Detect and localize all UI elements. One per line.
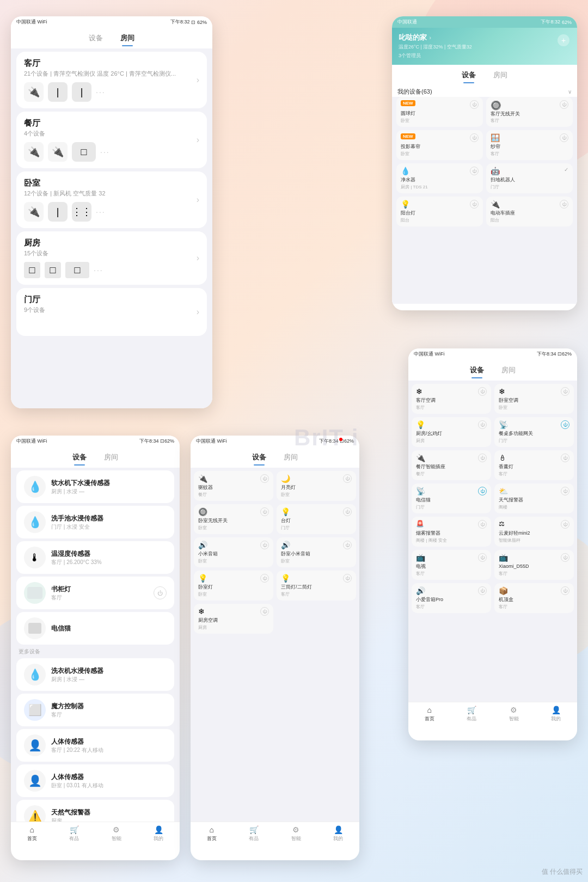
device-projector[interactable]: NEW ⏻ 投影幕帘 卧室 bbox=[396, 130, 483, 160]
sensor-item-7[interactable]: ⬜ 魔方控制器 客厅 bbox=[16, 694, 174, 726]
sensor-item-3[interactable]: 🌡 温湿度传感器 客厅 | 26.200°C 33% bbox=[16, 541, 174, 574]
sensor-item-6[interactable]: 💧 洗衣机水浸传感器 厨房 | 水浸 — bbox=[16, 658, 174, 691]
power-btn-3[interactable]: ⏻ bbox=[470, 133, 479, 142]
tab-devices-tr[interactable]: 设备 bbox=[453, 68, 485, 82]
device-scale[interactable]: ⚖ ⏻ 云麦好轻mini2 智能体脂秤 bbox=[494, 517, 574, 547]
room-card-bedroom[interactable]: 卧室 12个设备 | 新风机 空气质量 32 🔌 | ⋮⋮ ··· › bbox=[16, 171, 207, 228]
device-gateway[interactable]: 📡 ⏻ 餐桌多功能网关 门厅 bbox=[494, 417, 574, 447]
tab-home-mc[interactable]: ⌂ 首页 bbox=[207, 825, 217, 842]
sensor-item-9[interactable]: 👤 人体传感器 卧室 | 03.01 有人移动 bbox=[16, 764, 174, 797]
tab-rooms-mc[interactable]: 房间 bbox=[275, 450, 307, 464]
sensor-item-1[interactable]: 💧 软水机下水漫传感器 厨房 | 水浸 — bbox=[16, 470, 174, 503]
room-card-living[interactable]: 客厅 21个设备 | 青萍空气检测仪 温度 26°C | 青萍空气检测仪... … bbox=[16, 52, 207, 108]
mr-pb-11[interactable]: ⏻ bbox=[478, 553, 487, 562]
tab-shop-mc[interactable]: 🛒 有品 bbox=[249, 825, 259, 842]
device-balcony-light[interactable]: 💡 ⏻ 阳台灯 阳台 bbox=[396, 197, 483, 226]
tab-devices[interactable]: 设备 bbox=[80, 31, 112, 45]
mr-pb-13[interactable]: ⏻ bbox=[478, 586, 487, 595]
pb-3[interactable]: ⏻ bbox=[260, 507, 269, 516]
mr-pb-3[interactable]: ⏻ bbox=[478, 420, 487, 429]
pb-7[interactable]: ⏻ bbox=[260, 574, 269, 583]
device-aroma[interactable]: 🕯 ⏻ 香薰灯 客厅 bbox=[494, 450, 574, 480]
device-xiai-pro[interactable]: 🔊 ⏻ 小爱音箱Pro 客厅 bbox=[412, 583, 491, 613]
pb-2[interactable]: ⏻ bbox=[343, 474, 352, 483]
tab-home[interactable]: ⌂ 首页 bbox=[27, 825, 37, 842]
device-weather-alarm[interactable]: ⛅ ⏻ 天气报警器 阁楼 bbox=[494, 483, 574, 513]
sensor-item-10[interactable]: ⚠️ 天然气报警器 厨房 bbox=[16, 800, 174, 822]
power-btn-2[interactable]: ⏻ bbox=[560, 100, 568, 109]
tab-auto-mr[interactable]: ⚙ 智能 bbox=[509, 706, 519, 722]
mr-pb-9[interactable]: ⏻ bbox=[478, 520, 487, 529]
tab-auto-mc[interactable]: ⚙ 智能 bbox=[291, 825, 301, 842]
device-bedroom-light[interactable]: 💡 ⏻ 卧室灯 卧室 bbox=[194, 571, 273, 601]
mr-pb-8[interactable]: ⏻ bbox=[561, 487, 569, 495]
tab-profile-mr[interactable]: 👤 我的 bbox=[551, 706, 561, 722]
device-xiaomi-d55d[interactable]: 📺 ⏻ Xiaomi_D55D 客厅 bbox=[494, 550, 574, 580]
tab-shop[interactable]: 🛒 有品 bbox=[69, 825, 79, 842]
pb-8[interactable]: ⏻ bbox=[343, 574, 352, 583]
tab-devices-ml[interactable]: 设备 bbox=[64, 450, 95, 464]
expand-icon[interactable]: ∨ bbox=[568, 89, 572, 95]
tab-devices-mr[interactable]: 设备 bbox=[461, 363, 493, 377]
tab-profile[interactable]: 👤 我的 bbox=[154, 825, 163, 842]
mr-pb-4[interactable]: ⏻ bbox=[561, 420, 569, 429]
mr-pb-7[interactable]: ⏻ bbox=[478, 487, 487, 495]
mr-pb-12[interactable]: ⏻ bbox=[561, 553, 569, 562]
device-mosquito[interactable]: 🔌 ⏻ 驱蚊器 餐厅 bbox=[194, 471, 273, 501]
tab-rooms[interactable]: 房间 bbox=[112, 31, 143, 45]
mr-pb-14[interactable]: ⏻ bbox=[561, 586, 569, 595]
device-livingswitch[interactable]: 🔘 ⏻ 客厅无线开关 客厅 bbox=[486, 97, 573, 127]
power-btn[interactable]: ⏻ bbox=[470, 100, 479, 109]
device-bed-switch[interactable]: 🔘 ⏻ 卧室无线开关 卧室 bbox=[194, 504, 273, 534]
power-btn-4[interactable]: ⏻ bbox=[560, 133, 568, 142]
power-btn-8[interactable]: ⏻ bbox=[560, 200, 568, 209]
mr-pb-2[interactable]: ⏻ bbox=[561, 387, 569, 396]
device-waterfilter[interactable]: 💧 ⏻ 净水器 厨房 | TDS 21 bbox=[396, 163, 483, 193]
device-yuanqiu[interactable]: NEW ⏻ 圆球灯 卧室 bbox=[396, 97, 483, 127]
device-telecom[interactable]: 📡 ⏻ 电信猫 门厅 bbox=[412, 483, 491, 513]
device-bed-speaker[interactable]: 🔊 ⏻ 卧室小米音箱 卧室 bbox=[277, 537, 356, 567]
tab-rooms-tr[interactable]: 房间 bbox=[485, 68, 516, 82]
tab-rooms-ml[interactable]: 房间 bbox=[95, 450, 127, 464]
device-dining-socket[interactable]: 🔌 ⏻ 餐厅智能插座 餐厅 bbox=[412, 450, 491, 480]
device-ev-socket[interactable]: 🔌 ⏻ 电动车插座 阳台 bbox=[486, 197, 573, 226]
sensor-item-5[interactable]: 电信猫 bbox=[16, 612, 174, 645]
pb-9[interactable]: ⏻ bbox=[260, 607, 269, 616]
device-robot[interactable]: 🤖 ✓ 扫地机器人 门厅 bbox=[486, 163, 573, 193]
tab-profile-mc[interactable]: 👤 我的 bbox=[333, 825, 343, 842]
device-living-ac[interactable]: ❄ ⏻ 客厅空调 客厅 bbox=[412, 384, 491, 414]
device-xm-speaker[interactable]: 🔊 ⏻ 小米音箱 卧室 bbox=[194, 537, 273, 567]
tab-auto[interactable]: ⚙ 智能 bbox=[112, 825, 121, 842]
device-kitchen-ac[interactable]: ❄ ⏻ 厨房空调 厨房 bbox=[194, 604, 273, 634]
mr-pb-6[interactable]: ⏻ bbox=[561, 454, 569, 462]
mr-pb-1[interactable]: ⏻ bbox=[478, 387, 487, 396]
device-curtain[interactable]: 🪟 ⏻ 纱帘 客厅 bbox=[486, 130, 573, 160]
pb-1[interactable]: ⏻ bbox=[260, 474, 269, 483]
pb-4[interactable]: ⏻ bbox=[343, 507, 352, 516]
device-bed-ac[interactable]: ❄ ⏻ 卧室空调 卧室 bbox=[494, 384, 574, 414]
tab-rooms-mr[interactable]: 房间 bbox=[493, 363, 524, 377]
device-table-lamp[interactable]: 💡 ⏻ 台灯 门厅 bbox=[277, 504, 356, 534]
device-settop[interactable]: 📦 ⏻ 机顶盒 客厅 bbox=[494, 583, 574, 613]
room-card-entrance[interactable]: 门厅 9个设备 › bbox=[16, 288, 207, 336]
sensor-item-2[interactable]: 💧 洗手池水浸传感器 门厅 | 水浸 安全 bbox=[16, 506, 174, 538]
mr-pb-5[interactable]: ⏻ bbox=[478, 454, 487, 462]
power-btn-7[interactable]: ⏻ bbox=[470, 200, 479, 209]
sensor-item-8[interactable]: 👤 人体传感器 客厅 | 20:22 有人移动 bbox=[16, 729, 174, 762]
tab-shop-mr[interactable]: 🛒 有品 bbox=[467, 706, 476, 722]
device-moon[interactable]: 🌙 ⏻ 月亮灯 卧室 bbox=[277, 471, 356, 501]
tab-devices-mc[interactable]: 设备 bbox=[243, 450, 275, 464]
device-kitchen-light[interactable]: 💡 ⏻ 厨房/幺鸡灯 厨房 bbox=[412, 417, 491, 447]
room-card-dining[interactable]: 餐厅 4个设备 🔌 🔌 □ ··· › bbox=[16, 112, 207, 168]
pb-5[interactable]: ⏻ bbox=[260, 541, 269, 549]
power-btn-shelf[interactable]: ⏻ bbox=[154, 586, 167, 599]
sensor-item-4[interactable]: 书柜灯 客厅 ⏻ bbox=[16, 577, 174, 609]
device-smoke[interactable]: 🚨 ⏻ 烟雾报警器 阁楼 | 阁楼 安全 bbox=[412, 517, 491, 547]
mr-pb-10[interactable]: ⏻ bbox=[561, 520, 569, 529]
device-tv-living[interactable]: 📺 ⏻ 电视 客厅 bbox=[412, 550, 491, 580]
device-triple-light[interactable]: 💡 ⏻ 三筒灯/二筒灯 客厅 bbox=[277, 571, 356, 601]
tab-home-mr[interactable]: ⌂ 首页 bbox=[425, 706, 434, 722]
pb-6[interactable]: ⏻ bbox=[343, 541, 352, 549]
home-add-button[interactable]: + bbox=[558, 34, 569, 46]
power-btn-5[interactable]: ⏻ bbox=[470, 167, 479, 175]
